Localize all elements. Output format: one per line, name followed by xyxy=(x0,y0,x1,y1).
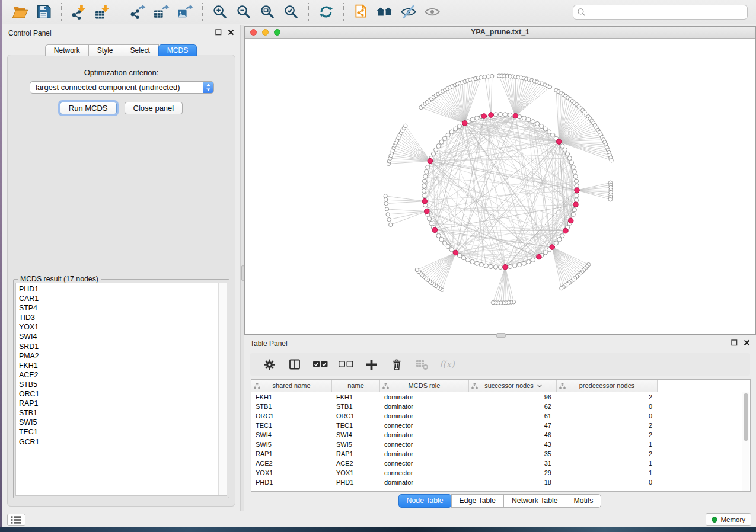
table-row[interactable]: TEC1TEC1connector472 xyxy=(251,421,750,430)
mcds-result-item[interactable]: TEC1 xyxy=(19,427,227,437)
table-row[interactable]: ACE2ACE2connector311 xyxy=(251,459,750,468)
table-tabs: Node TableEdge TableNetwork TableMotifs xyxy=(244,494,756,508)
close-panel-button[interactable]: Close panel xyxy=(125,102,183,114)
table-row[interactable]: PHD1PHD1dominator180 xyxy=(251,477,750,487)
delete-column-button[interactable] xyxy=(389,357,404,371)
tab-network-table[interactable]: Network Table xyxy=(503,494,566,508)
mcds-result-item[interactable]: GCR1 xyxy=(19,437,227,447)
table-settings-button[interactable] xyxy=(261,357,277,371)
network-window-title: YPA_prune.txt_1 xyxy=(471,28,529,36)
mcds-result-item[interactable]: PHD1 xyxy=(19,284,227,294)
import-network-button[interactable] xyxy=(67,1,91,23)
column-header-shared-name[interactable]: shared name xyxy=(251,380,332,392)
table-row[interactable]: ORC1ORC1dominator610 xyxy=(251,411,750,421)
import-table-button[interactable] xyxy=(91,1,114,23)
zoom-selected-button[interactable] xyxy=(279,1,303,23)
export-network-button[interactable] xyxy=(126,1,149,23)
tab-motifs[interactable]: Motifs xyxy=(566,494,602,508)
table-row[interactable]: FKH1FKH1dominator962 xyxy=(251,392,750,402)
cell-shared-name: ORC1 xyxy=(251,412,332,419)
zoom-fit-button[interactable] xyxy=(256,1,279,23)
mcds-result-item[interactable]: SWI4 xyxy=(19,332,227,341)
mcds-result-item[interactable]: STB5 xyxy=(19,380,227,389)
open-file-button[interactable] xyxy=(8,1,32,23)
tab-node-table[interactable]: Node Table xyxy=(398,494,452,508)
table-scrollbar[interactable] xyxy=(742,392,749,491)
maximize-window-icon[interactable] xyxy=(274,29,280,36)
close-table-panel-icon[interactable] xyxy=(744,339,750,346)
table-scrollbar-thumb[interactable] xyxy=(744,393,748,441)
export-table-button[interactable] xyxy=(149,1,173,23)
cell-successor-nodes: 43 xyxy=(469,441,557,448)
tab-edge-table[interactable]: Edge Table xyxy=(451,494,504,508)
mcds-result-item[interactable]: TID3 xyxy=(19,313,227,322)
zoom-out-button[interactable] xyxy=(232,1,256,23)
mcds-result-item[interactable]: ACE2 xyxy=(19,370,227,380)
horizontal-splitter-handle[interactable] xyxy=(496,333,506,338)
float-panel-icon[interactable] xyxy=(215,29,222,36)
table-row[interactable]: SWI5SWI5connector431 xyxy=(251,440,750,449)
memory-button[interactable]: Memory xyxy=(706,513,751,526)
mcds-result-item[interactable]: ORC1 xyxy=(19,389,227,399)
column-header-mcds-role[interactable]: MCDS role xyxy=(380,380,469,392)
mcds-result-item[interactable]: RAP1 xyxy=(19,399,227,408)
delete-column-icon xyxy=(391,358,403,371)
cell-shared-name: ACE2 xyxy=(251,460,332,467)
mcds-list-scrollbar[interactable] xyxy=(218,283,227,495)
close-panel-icon[interactable] xyxy=(228,29,234,36)
search-box[interactable] xyxy=(573,5,748,20)
network-window-titlebar[interactable]: YPA_prune.txt_1 xyxy=(245,27,755,39)
search-icon xyxy=(577,8,586,17)
mcds-result-item[interactable]: FKH1 xyxy=(19,361,227,370)
panel-list-button[interactable] xyxy=(7,514,25,526)
table-header-row: shared namenameMCDS rolesuccessor nodesp… xyxy=(251,380,750,392)
network-canvas[interactable] xyxy=(245,39,755,334)
show-columns-button[interactable] xyxy=(287,357,302,371)
mcds-result-item[interactable]: YOX1 xyxy=(19,322,227,332)
table-row[interactable]: YOX1YOX1connector291 xyxy=(251,468,750,477)
import-table-icon xyxy=(94,4,111,20)
minimize-window-icon[interactable] xyxy=(262,29,269,36)
table-panel: Table Panel f(x) shared namenameMCDS rol… xyxy=(244,335,756,511)
table-row[interactable]: STB1STB1dominator620 xyxy=(251,402,750,411)
run-mcds-button[interactable]: Run MCDS xyxy=(60,102,117,114)
mcds-result-item[interactable]: STB1 xyxy=(19,408,227,418)
network-graph[interactable] xyxy=(245,39,755,334)
export-image-button[interactable] xyxy=(173,1,197,23)
deselect-all-button[interactable] xyxy=(338,357,353,371)
mcds-result-item[interactable]: CAR1 xyxy=(19,294,227,303)
tab-mcds[interactable]: MCDS xyxy=(158,44,197,56)
show-all-icon xyxy=(424,5,441,19)
tab-select[interactable]: Select xyxy=(122,44,159,56)
column-header-predecessor-nodes[interactable]: predecessor nodes xyxy=(557,380,658,392)
column-header-name[interactable]: name xyxy=(332,380,380,392)
shared-column-icon xyxy=(559,383,566,389)
mcds-result-item[interactable]: PMA2 xyxy=(19,351,227,361)
mcds-result-list[interactable]: PHD1CAR1STP4TID3YOX1SWI4SRD1PMA2FKH1ACE2… xyxy=(15,283,227,496)
cell-name: STB1 xyxy=(332,403,380,410)
vertical-splitter[interactable] xyxy=(240,25,244,511)
duplicate-style-button[interactable] xyxy=(349,1,373,23)
cell-predecessor-nodes: 0 xyxy=(557,403,658,410)
tab-network[interactable]: Network xyxy=(45,44,89,56)
zoom-in-button[interactable] xyxy=(208,1,232,23)
select-all-button[interactable] xyxy=(312,357,328,371)
mcds-result-item[interactable]: STP4 xyxy=(19,303,227,313)
mcds-result-item[interactable]: SRD1 xyxy=(19,342,227,351)
hide-selected-button[interactable] xyxy=(397,1,420,23)
mcds-result-item[interactable]: SWI5 xyxy=(19,418,227,427)
close-window-icon[interactable] xyxy=(250,29,257,36)
save-session-button[interactable] xyxy=(32,1,56,23)
criterion-dropdown[interactable]: largest connected component (undirected) xyxy=(30,81,214,94)
column-header-successor-nodes[interactable]: successor nodes xyxy=(469,380,557,392)
tab-style[interactable]: Style xyxy=(88,44,122,56)
search-input[interactable] xyxy=(586,7,745,17)
first-neighbors-button[interactable] xyxy=(373,1,397,23)
refresh-button[interactable] xyxy=(314,1,338,23)
export-table-icon xyxy=(153,4,170,20)
add-column-button[interactable] xyxy=(363,357,379,371)
show-all-button[interactable] xyxy=(420,1,444,23)
table-row[interactable]: RAP1RAP1dominator352 xyxy=(251,449,750,459)
table-row[interactable]: SWI4SWI4dominator462 xyxy=(251,430,750,440)
float-table-panel-icon[interactable] xyxy=(731,339,738,346)
